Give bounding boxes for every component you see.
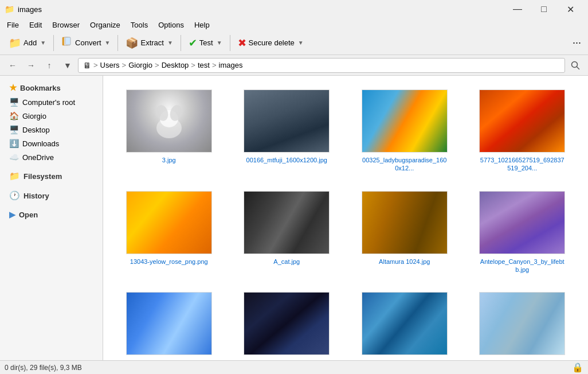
computer-root-icon: 🖥️ xyxy=(9,98,19,107)
svg-rect-2 xyxy=(65,37,70,45)
close-button[interactable]: ✕ xyxy=(557,0,583,18)
add-dropdown-arrow: ▼ xyxy=(40,40,46,46)
lock-icon: 🔒 xyxy=(572,362,583,373)
convert-label: Convert xyxy=(75,38,101,47)
menu-file[interactable]: File xyxy=(2,20,23,30)
file-item[interactable]: 5773_102166527519_692837519_204... xyxy=(466,85,579,177)
search-icon xyxy=(571,61,580,70)
sidebar-item-giorgio[interactable]: 🏠 Giorgio xyxy=(2,109,100,123)
file-item[interactable]: 00325_ladybugsparadise_1600x12... xyxy=(348,85,461,177)
secure-delete-button[interactable]: ✖ Secure delete ▼ xyxy=(233,33,309,53)
path-users[interactable]: Users xyxy=(100,61,120,69)
computer-path-icon: 🖥 xyxy=(83,61,91,70)
extract-icon: 📦 xyxy=(126,37,138,49)
menu-options[interactable]: Options xyxy=(154,20,189,30)
app-icon: 📁 xyxy=(5,5,14,14)
test-label: Test xyxy=(199,38,213,47)
file-thumbnail xyxy=(244,89,330,153)
content-area[interactable]: 3.jpg 00166_mtfuji_1600x1200.jpg 00325_l… xyxy=(103,76,588,360)
extract-button[interactable]: 📦 Extract ▼ xyxy=(120,33,178,53)
file-name xyxy=(522,359,523,360)
file-item[interactable] xyxy=(112,287,226,360)
menu-organize[interactable]: Organize xyxy=(85,20,125,30)
file-thumbnail xyxy=(479,292,565,355)
forward-button[interactable]: → xyxy=(23,57,39,73)
file-thumbnail xyxy=(362,292,448,355)
giorgio-home-icon: 🏠 xyxy=(9,111,19,120)
sidebar-history-header[interactable]: 🕐 History xyxy=(2,188,100,203)
sidebar-item-desktop[interactable]: 🖥️ Desktop xyxy=(2,123,100,137)
sidebar-filesystem-header[interactable]: 📁 Filesystem xyxy=(2,169,100,184)
convert-button[interactable]: Convert ▼ xyxy=(56,33,115,53)
desktop-label: Desktop xyxy=(22,126,50,134)
file-item[interactable] xyxy=(230,287,344,360)
file-thumbnail xyxy=(362,89,448,153)
file-grid: 3.jpg 00166_mtfuji_1600x1200.jpg 00325_l… xyxy=(112,80,579,360)
menu-browser[interactable]: Browser xyxy=(48,20,84,30)
file-item[interactable]: 3.jpg xyxy=(112,85,226,177)
toolbar-sep-1 xyxy=(53,35,54,51)
title-controls: — □ ✕ xyxy=(504,0,583,18)
menu-tools[interactable]: Tools xyxy=(126,20,152,30)
file-name: Altamura 1024.jpg xyxy=(379,258,430,266)
minimize-button[interactable]: — xyxy=(504,0,531,18)
file-item[interactable] xyxy=(466,287,579,360)
test-checkmark-icon: ✔ xyxy=(189,37,197,49)
sidebar-item-onedrive[interactable]: ☁️ OneDrive xyxy=(2,150,100,164)
path-giorgio[interactable]: Giorgio xyxy=(128,61,152,69)
back-button[interactable]: ← xyxy=(5,57,21,73)
path-images[interactable]: images xyxy=(219,61,243,69)
folder-icon: 📁 xyxy=(9,37,21,49)
file-name: Antelope_Canyon_3_by_lifebtb.jpg xyxy=(479,258,565,274)
file-name: 13043-yelow_rose_png.png xyxy=(130,258,208,266)
toolbar-more-button[interactable]: ··· xyxy=(569,34,585,51)
sidebar-bookmarks-header[interactable]: ★ Bookmarks xyxy=(2,80,100,95)
secure-delete-dropdown-arrow: ▼ xyxy=(298,40,304,46)
file-thumbnail xyxy=(126,292,212,355)
computers-root-label: Computer's root xyxy=(22,98,75,107)
convert-icon xyxy=(61,36,73,50)
onedrive-icon: ☁️ xyxy=(9,153,19,162)
sidebar-item-downloads[interactable]: ⬇️ Downloads xyxy=(2,137,100,150)
menu-bar: File Edit Browser Organize Tools Options… xyxy=(0,18,588,31)
search-button[interactable] xyxy=(567,57,583,73)
file-item[interactable]: 13043-yelow_rose_png.png xyxy=(112,186,226,279)
file-name: 5773_102166527519_692837519_204... xyxy=(479,156,565,173)
filesystem-label: Filesystem xyxy=(23,172,62,181)
path-test[interactable]: test xyxy=(198,61,210,69)
address-path[interactable]: 🖥 > Users > Giorgio > Desktop > test > i… xyxy=(78,58,565,73)
file-item[interactable]: A_cat.jpg xyxy=(230,186,344,279)
file-item[interactable] xyxy=(348,287,461,360)
file-name: A_cat.jpg xyxy=(273,258,300,266)
file-thumbnail xyxy=(244,191,330,254)
file-item[interactable]: Antelope_Canyon_3_by_lifebtb.jpg xyxy=(466,186,579,279)
file-name xyxy=(168,359,170,360)
filesystem-icon: 📁 xyxy=(9,171,20,181)
extract-label: Extract xyxy=(140,38,163,47)
menu-edit[interactable]: Edit xyxy=(25,20,46,30)
sidebar-item-computers-root[interactable]: 🖥️ Computer's root xyxy=(2,95,100,109)
toolbar: 📁 Add ▼ Convert ▼ 📦 Extract ▼ ✔ Test ▼ ✖… xyxy=(0,31,588,55)
title-bar: 📁 images — □ ✕ xyxy=(0,0,588,18)
extract-dropdown-arrow: ▼ xyxy=(167,40,173,46)
add-button[interactable]: 📁 Add ▼ xyxy=(3,33,51,53)
desktop-icon: 🖥️ xyxy=(9,125,19,134)
maximize-button[interactable]: □ xyxy=(531,0,557,18)
test-button[interactable]: ✔ Test ▼ xyxy=(183,33,228,53)
menu-help[interactable]: Help xyxy=(190,20,214,30)
downloads-icon: ⬇️ xyxy=(9,139,19,148)
bookmarks-label: Bookmarks xyxy=(20,84,61,92)
file-name xyxy=(403,359,405,360)
sidebar-open-header[interactable]: ▶ Open xyxy=(2,208,100,221)
secure-delete-icon: ✖ xyxy=(238,37,246,49)
path-dropdown-button[interactable]: ▼ xyxy=(60,57,76,73)
up-button[interactable]: ↑ xyxy=(41,57,57,73)
file-item[interactable]: 00166_mtfuji_1600x1200.jpg xyxy=(230,85,344,177)
open-play-icon: ▶ xyxy=(9,210,15,219)
file-item[interactable]: Altamura 1024.jpg xyxy=(348,186,461,279)
toolbar-sep-3 xyxy=(181,35,181,51)
path-desktop[interactable]: Desktop xyxy=(162,61,189,69)
downloads-label: Downloads xyxy=(22,139,59,148)
window-title: images xyxy=(18,5,42,14)
svg-line-4 xyxy=(577,67,579,69)
